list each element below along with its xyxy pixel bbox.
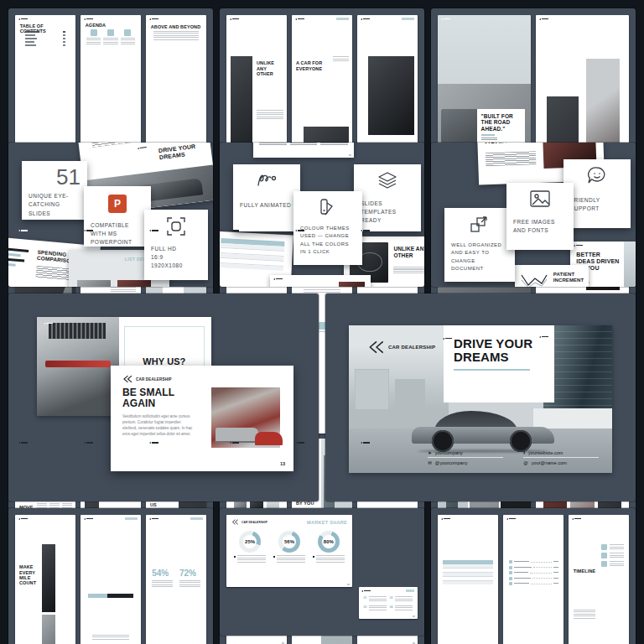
body-text-lines <box>304 289 340 293</box>
toc-row <box>25 34 66 36</box>
feature-card-full-hd: FULL HD 16:9 1920x1080 <box>144 210 208 280</box>
mini-logo-icon <box>506 517 516 520</box>
mini-logo-icon <box>44 322 53 325</box>
teal-tag <box>190 517 203 520</box>
contact-column: f yourwebsite.com @ your@name.com <box>523 450 599 465</box>
leader-row <box>509 571 558 574</box>
timeline-items <box>601 544 624 567</box>
mini-logo-icon <box>273 278 283 280</box>
mini-logo-icon <box>230 230 239 232</box>
feature-card-well-organized: WELL ORGANIZED AND EASY TO CHANGE DOCUME… <box>444 208 515 282</box>
slide-title: A CAR FOR EVERYONE <box>296 60 332 71</box>
page-number: 13 <box>280 461 285 466</box>
mini-logo-icon <box>84 230 93 232</box>
stat-value: 54% <box>152 569 173 578</box>
slide-title: AGENDA <box>86 23 137 28</box>
mini-logo-icon <box>574 244 583 247</box>
panel-grid-bottom-right: TIMELINE TIMELINE <box>431 508 636 644</box>
slide-progress-bar <box>80 515 141 644</box>
facebook-icon: f <box>523 450 525 455</box>
numbered-item: 01 <box>364 596 387 602</box>
line-chart <box>520 270 548 287</box>
numbered-item: 03 <box>390 596 413 602</box>
contact-block: ➤ yourcompany ✉ @yourcompany f yourwebsi… <box>428 450 599 465</box>
tail-light-bar <box>45 361 111 367</box>
fullhd-crop-icon <box>166 216 186 236</box>
timeline-icon <box>601 553 607 558</box>
layers-icon <box>377 171 397 190</box>
image-icon <box>529 190 551 208</box>
cursor-icon: ➤ <box>428 450 432 455</box>
animation-scribble-icon <box>256 171 278 188</box>
leader-row <box>509 582 558 585</box>
donut-caption <box>313 555 345 563</box>
logo-chevron-icon <box>231 519 239 525</box>
bg-slide-patient-increment: PATIENT INCREMENT <box>515 265 589 287</box>
mini-logo-icon <box>18 230 28 232</box>
bg-slide-title: PATIENT INCREMENT <box>553 272 586 283</box>
feature-card-colour-themes: COLOUR THEMES USED — CHANGE ALL THE COLO… <box>293 191 362 265</box>
feature-card-51-slides: 51 UNIQUE EYE-CATCHING SLIDES <box>22 161 87 220</box>
contact-row: @ your@name.com <box>523 460 599 465</box>
slide-numbered-list: 01 03 02 04 <box>359 587 418 619</box>
photo <box>42 544 56 613</box>
donut-caption <box>273 555 305 563</box>
mini-logo-icon <box>230 18 239 20</box>
car-illustration <box>412 411 554 449</box>
slide-logo: CAR DEALERSHIP <box>231 519 267 525</box>
teal-divider <box>481 134 495 136</box>
slide-drive-your-dreams: CAR DEALERSHIP DRIVE YOUR DREAMS ➤ <box>349 325 612 473</box>
teal-tag <box>125 517 138 520</box>
feature-card-templates-ready: SLIDES TEMPLATES READY <box>354 164 421 231</box>
donut-label: 56% <box>278 531 300 553</box>
slide-make-every-mile-count: MAKE EVERY MILE COUNT <box>15 515 75 644</box>
stat-columns: 54% 72% <box>152 569 200 587</box>
slide-title: ABOVE AND BEYOND <box>151 24 202 29</box>
numbered-items: 01 03 02 04 <box>364 596 413 611</box>
toc-row <box>25 44 66 46</box>
item-number: 01 <box>364 596 367 602</box>
feature-label: UNIQUE EYE-CATCHING SLIDES <box>29 192 80 217</box>
panel-features-right: AGAIN BETTER IDEAS DRIVEN BY YOU PATIENT… <box>431 143 636 287</box>
numbered-item: 02 <box>364 605 387 611</box>
teal-tag <box>406 589 414 592</box>
donut-label: 80% <box>318 531 340 553</box>
feature-label: WELL ORGANIZED AND EASY TO CHANGE DOCUME… <box>451 242 508 273</box>
mini-logo-icon <box>361 230 370 232</box>
page-number-mark <box>347 584 350 585</box>
chat-smiley-icon <box>586 166 608 186</box>
donut-item: 56% <box>273 531 305 563</box>
big-number: 51 <box>29 168 80 187</box>
contact-text: yourcompany <box>435 450 463 455</box>
mini-logo-icon <box>149 230 158 232</box>
logo-label: CAR DEALERSHIP <box>136 377 172 382</box>
leader-row <box>509 566 558 569</box>
bg-slide-premium: PREMIUM <box>270 275 371 287</box>
powerpoint-icon: P <box>108 195 127 213</box>
leader-row <box>509 577 558 580</box>
mini-logo-icon <box>295 230 304 232</box>
contact-column: ➤ yourcompany ✉ @yourcompany <box>428 450 503 465</box>
leader-row <box>509 560 558 564</box>
mini-logo-icon <box>84 18 93 20</box>
photo-grid <box>42 544 72 644</box>
timeline-icon <box>601 561 607 567</box>
body-text-lines <box>393 267 424 275</box>
feature-card-fully-animated: FULLY ANIMATED <box>233 164 300 231</box>
stat-item: 54% <box>152 569 173 587</box>
mini-logo-icon <box>137 146 146 149</box>
feature-label: COMPATIBLE WITH MS POWERPOINT <box>91 221 144 247</box>
feature-card-friendly-support: FRIENDLY SUPPORT <box>564 159 631 228</box>
slide-logo: CAR DEALERSHIP <box>122 375 172 383</box>
bg-slide-partial-top <box>253 143 354 158</box>
feature-label: COLOUR THEMES USED — CHANGE ALL THE COLO… <box>300 225 356 256</box>
donut-label: 25% <box>239 531 261 553</box>
timeline-item <box>601 561 624 567</box>
arrange-squares-icon <box>470 215 490 235</box>
mini-logo-icon <box>18 441 28 444</box>
mini-logo-icon <box>361 441 370 444</box>
table-row <box>443 581 494 584</box>
hbar-chart <box>8 248 32 268</box>
teal-tag <box>336 18 349 20</box>
toc-row <box>25 38 66 39</box>
